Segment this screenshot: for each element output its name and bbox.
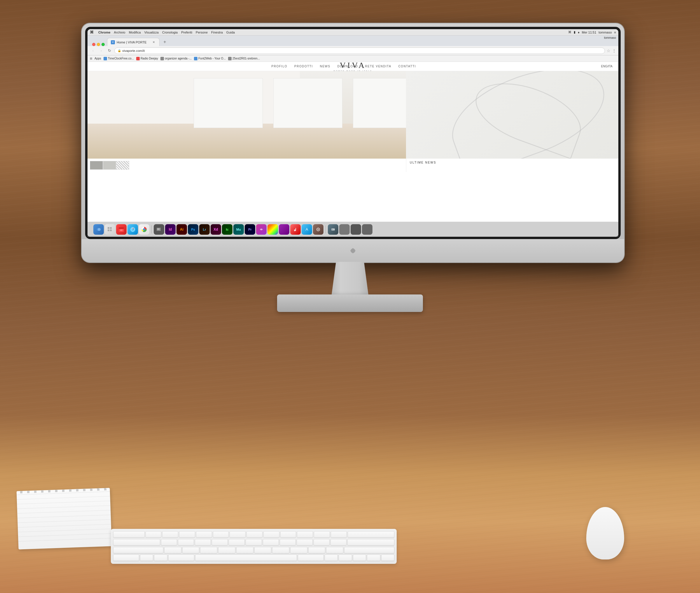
key-y[interactable] xyxy=(230,531,245,538)
shift-right-key[interactable] xyxy=(344,547,394,553)
menu-modifica[interactable]: Modifica xyxy=(129,31,141,34)
menu-finestra[interactable]: Finestra xyxy=(211,31,223,34)
option-right-key[interactable] xyxy=(325,555,338,561)
nav-lang-toggle[interactable]: ENG/ITA xyxy=(601,65,613,68)
menu-persone[interactable]: Persone xyxy=(196,31,208,34)
dock-purple-app[interactable] xyxy=(279,224,289,235)
cmd-right-key[interactable] xyxy=(298,555,324,561)
dock-calendar[interactable]: 22 xyxy=(116,224,126,235)
apple-keyboard[interactable] xyxy=(111,529,397,564)
dock-safari[interactable] xyxy=(127,224,138,235)
control-key[interactable] xyxy=(140,555,153,561)
key-a[interactable] xyxy=(161,539,177,546)
dock-appstore[interactable]: A xyxy=(302,224,312,235)
bookmark-apps[interactable]: Apps xyxy=(94,57,101,60)
bookmark-timeclock[interactable]: TimeClockFree.co... xyxy=(104,57,134,61)
key-slash[interactable] xyxy=(326,547,343,553)
key-o[interactable] xyxy=(280,531,296,538)
dock-gray-3[interactable] xyxy=(362,224,373,235)
dock-incopy[interactable]: Ic xyxy=(222,224,232,235)
address-bar[interactable]: 🔒 vivaporte.com/it xyxy=(114,47,605,54)
new-tab-button[interactable]: + xyxy=(161,38,169,46)
dock-muse[interactable]: Mu xyxy=(233,224,244,235)
forward-button[interactable]: › xyxy=(98,47,105,54)
spacebar[interactable] xyxy=(195,555,297,561)
cmd-left-key[interactable] xyxy=(168,555,194,561)
tab-key[interactable] xyxy=(113,531,145,538)
key-p[interactable] xyxy=(297,531,313,538)
dock-lightroom[interactable]: Lr xyxy=(199,224,210,235)
backspace-key[interactable] xyxy=(348,531,394,538)
back-button[interactable]: ‹ xyxy=(90,47,96,54)
arrow-right-key[interactable] xyxy=(381,555,394,561)
nav-prodotti[interactable]: PRODOTTI xyxy=(294,65,313,68)
key-period[interactable] xyxy=(308,547,325,553)
key-quote[interactable] xyxy=(330,539,347,546)
bookmark-25est[interactable]: 25est2R01-srebren... xyxy=(228,57,260,61)
dock-xd[interactable]: Xd xyxy=(210,224,221,235)
dock-gray-2[interactable] xyxy=(351,224,361,235)
key-n[interactable] xyxy=(254,547,272,553)
key-q[interactable] xyxy=(146,531,162,538)
option-key[interactable] xyxy=(154,555,167,561)
bookmark-font2web[interactable]: Font2Web - Your O... xyxy=(194,57,226,61)
dock-system-prefs[interactable] xyxy=(313,224,323,235)
key-z[interactable] xyxy=(164,547,182,553)
key-k[interactable] xyxy=(280,539,296,546)
menu-dots-button[interactable]: ⋮ xyxy=(612,48,616,53)
key-bracket-r[interactable] xyxy=(331,531,347,538)
key-v[interactable] xyxy=(218,547,235,553)
bookmark-radio[interactable]: Radio Deejay xyxy=(136,57,158,61)
key-d[interactable] xyxy=(195,539,211,546)
thumbnail-2[interactable] xyxy=(103,161,116,170)
arrow-left-key[interactable] xyxy=(339,555,352,561)
menu-cronologia[interactable]: Cronologia xyxy=(162,31,178,34)
dock-indesign[interactable]: Id xyxy=(165,224,176,235)
dock-gray-1[interactable] xyxy=(339,224,350,235)
key-x[interactable] xyxy=(182,547,199,553)
dock-chrome[interactable] xyxy=(139,224,149,235)
return-key[interactable] xyxy=(347,539,394,546)
arrow-up-key[interactable] xyxy=(353,555,366,561)
dock-hdd[interactable] xyxy=(328,224,338,235)
thumbnail-3[interactable] xyxy=(116,161,129,170)
key-t[interactable] xyxy=(213,531,229,538)
dock-app-purple[interactable] xyxy=(256,224,267,235)
nav-contatti[interactable]: CONTATTI xyxy=(398,65,416,68)
key-f[interactable] xyxy=(212,539,228,546)
key-semicolon[interactable] xyxy=(314,539,329,546)
menu-chrome[interactable]: Chrome xyxy=(98,31,111,34)
dock-illustrator[interactable]: Ai xyxy=(177,224,187,235)
menu-guida[interactable]: Guida xyxy=(226,31,235,34)
dock-finder-2[interactable] xyxy=(154,224,164,235)
dock-finder[interactable] xyxy=(93,224,104,235)
caps-lock-key[interactable] xyxy=(113,539,160,546)
key-b[interactable] xyxy=(236,547,254,553)
browser-tab[interactable]: V Home | VIVA PORTE ✕ xyxy=(107,38,160,46)
menu-preferiti[interactable]: Preferiti xyxy=(181,31,192,34)
apple-menu[interactable]: ⌘ xyxy=(90,30,93,34)
key-i[interactable] xyxy=(263,531,279,538)
key-comma[interactable] xyxy=(290,547,307,553)
close-button[interactable] xyxy=(92,43,95,46)
key-u[interactable] xyxy=(246,531,263,538)
menu-archivio[interactable]: Archivio xyxy=(114,31,125,34)
key-h[interactable] xyxy=(245,539,262,546)
dock-photoshop[interactable]: Ps xyxy=(188,224,198,235)
key-m[interactable] xyxy=(272,547,289,553)
dock-colorful-app[interactable] xyxy=(267,224,278,235)
thumbnail-1[interactable] xyxy=(90,161,103,170)
minimize-button[interactable] xyxy=(97,43,100,46)
maximize-button[interactable] xyxy=(102,43,105,46)
nav-profilo[interactable]: PROFILO xyxy=(272,65,287,68)
nav-news[interactable]: NEWS xyxy=(320,65,330,68)
dock-music-app[interactable] xyxy=(290,224,301,235)
key-w[interactable] xyxy=(162,531,178,538)
reload-button[interactable]: ↻ xyxy=(106,47,113,54)
arrow-down-key[interactable] xyxy=(367,555,380,561)
key-r[interactable] xyxy=(196,531,212,538)
key-g[interactable] xyxy=(229,539,245,546)
fn-key[interactable] xyxy=(113,555,139,561)
dock-launchpad[interactable] xyxy=(105,224,115,235)
bookmark-star-button[interactable]: ☆ xyxy=(607,48,611,53)
